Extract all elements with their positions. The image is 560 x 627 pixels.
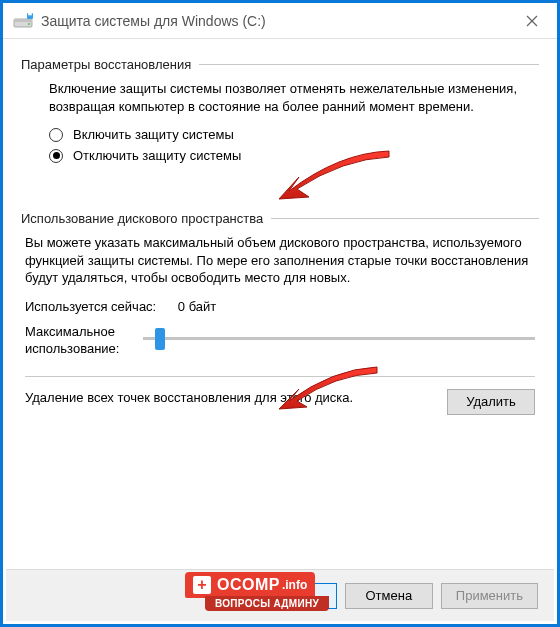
max-usage-slider[interactable]	[143, 326, 535, 352]
slider-track	[143, 337, 535, 340]
delete-description: Удаление всех точек восстановления для э…	[25, 389, 447, 407]
current-usage-value: 0 байт	[178, 299, 216, 314]
cancel-button[interactable]: Отмена	[345, 583, 433, 609]
radio-enable-protection[interactable]: Включить защиту системы	[49, 127, 535, 142]
disk-description: Вы можете указать максимальный объем дис…	[25, 234, 535, 287]
apply-button[interactable]: Применить	[441, 583, 538, 609]
group-disk-legend: Использование дискового пространства	[21, 211, 271, 226]
slider-thumb[interactable]	[155, 328, 165, 350]
protection-description: Включение защиты системы позволяет отмен…	[49, 80, 535, 115]
radio-disable-protection[interactable]: Отключить защиту системы	[49, 148, 535, 163]
close-icon	[526, 15, 538, 27]
radio-disable-label: Отключить защиту системы	[73, 148, 241, 163]
divider	[199, 64, 539, 65]
svg-point-2	[28, 23, 30, 25]
svg-rect-1	[14, 19, 32, 22]
close-button[interactable]	[517, 6, 547, 36]
current-usage-label: Используется сейчас:	[25, 299, 156, 314]
radio-icon	[49, 149, 63, 163]
titlebar: Защита системы для Windows (C:)	[3, 3, 557, 39]
group-protection-legend: Параметры восстановления	[21, 57, 199, 72]
divider	[271, 218, 539, 219]
button-bar: ОК Отмена Применить	[6, 569, 554, 621]
window-title: Защита системы для Windows (C:)	[41, 13, 266, 29]
divider	[25, 376, 535, 377]
ok-button[interactable]: ОК	[249, 583, 337, 609]
group-protection: Параметры восстановления Включение защит…	[21, 57, 539, 163]
slider-label: Максимальное использование:	[25, 324, 143, 358]
group-disk-usage: Использование дискового пространства Вы …	[21, 211, 539, 414]
svg-rect-4	[28, 13, 32, 15]
radio-enable-label: Включить защиту системы	[73, 127, 234, 142]
radio-icon	[49, 128, 63, 142]
drive-icon	[13, 11, 33, 31]
delete-button[interactable]: Удалить	[447, 389, 535, 415]
